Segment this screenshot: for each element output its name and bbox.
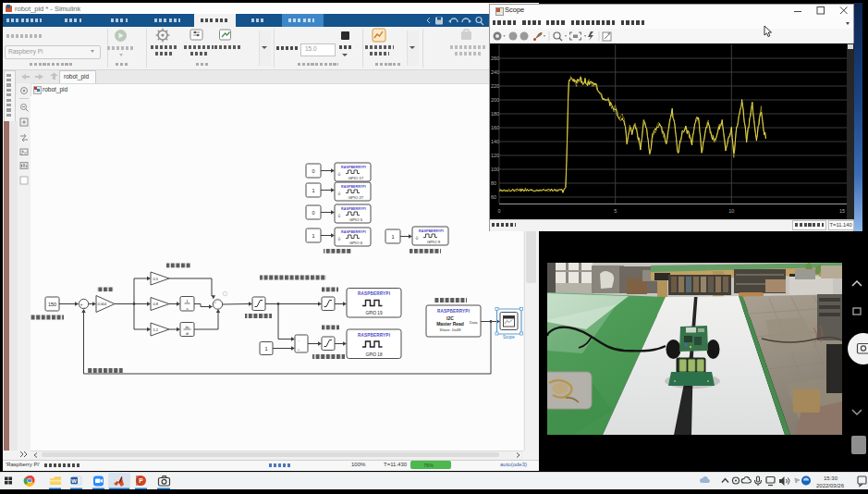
svg-text:240: 240 [491, 69, 499, 75]
svg-text:GPIO 5: GPIO 5 [349, 217, 363, 222]
svg-text:80: 80 [491, 180, 496, 186]
svg-text:15: 15 [839, 208, 845, 214]
svg-text:0.004: 0.004 [98, 303, 107, 306]
svg-text:0: 0 [312, 210, 314, 216]
svg-text:10: 10 [728, 208, 734, 214]
svg-text:RASPBERRYPI: RASPBERRYPI [419, 229, 444, 233]
svg-text:15:30: 15:30 [824, 475, 838, 481]
svg-text:Slave: 0x48: Slave: 0x48 [440, 327, 462, 332]
svg-text:150: 150 [48, 302, 56, 307]
svg-text:60: 60 [491, 194, 496, 200]
svg-text:RASPBERRYPI: RASPBERRYPI [341, 230, 366, 234]
svg-text:120: 120 [491, 153, 499, 158]
svg-text:5: 5 [614, 208, 617, 214]
svg-text:P: P [139, 477, 143, 484]
svg-text:RASPBERRYPI: RASPBERRYPI [358, 333, 390, 338]
svg-text:0: 0 [497, 208, 500, 214]
svg-text:GPIO 9: GPIO 9 [427, 240, 441, 244]
svg-text:RASPBERRYPI: RASPBERRYPI [358, 291, 390, 296]
svg-text:220: 220 [491, 83, 499, 89]
svg-text:Scope: Scope [503, 335, 515, 340]
svg-text:RASPBERRYPI: RASPBERRYPI [341, 207, 366, 211]
svg-text:0: 0 [312, 168, 314, 174]
svg-text:GPIO 18: GPIO 18 [366, 352, 383, 357]
svg-text:W: W [71, 478, 77, 484]
svg-text:GPIO 19: GPIO 19 [366, 311, 383, 315]
svg-text:du: du [186, 326, 189, 329]
svg-text:s: s [186, 306, 188, 311]
svg-text:GPIO 17: GPIO 17 [348, 176, 364, 180]
svg-text:GPIO 6: GPIO 6 [349, 241, 363, 245]
svg-text:100: 100 [491, 167, 499, 172]
svg-text:RASPBERRYPI: RASPBERRYPI [437, 309, 470, 314]
svg-text:RASPBERRYPI: RASPBERRYPI [341, 166, 366, 169]
svg-text:1: 1 [391, 234, 394, 240]
svg-text:Master Read: Master Read [436, 321, 464, 327]
svg-text:Data: Data [470, 320, 478, 325]
svg-text:1: 1 [264, 346, 267, 352]
svg-text:GPIO 27: GPIO 27 [348, 195, 364, 200]
svg-text:1: 1 [312, 188, 314, 193]
svg-text:1: 1 [312, 233, 314, 239]
svg-text:0.8: 0.8 [153, 302, 159, 306]
svg-text:200: 200 [491, 97, 499, 103]
svg-text:1.2: 1.2 [153, 327, 159, 332]
svg-text:2022/03/26: 2022/03/26 [816, 483, 845, 488]
svg-text:+: + [80, 303, 83, 307]
svg-text:260: 260 [491, 56, 499, 61]
svg-text:140: 140 [491, 139, 499, 144]
svg-text:dt: dt [186, 332, 189, 336]
svg-text:RASPBERRYPI: RASPBERRYPI [341, 185, 366, 189]
svg-text:0.5: 0.5 [153, 277, 159, 281]
svg-text:180: 180 [491, 111, 499, 117]
svg-text:160: 160 [491, 125, 499, 130]
